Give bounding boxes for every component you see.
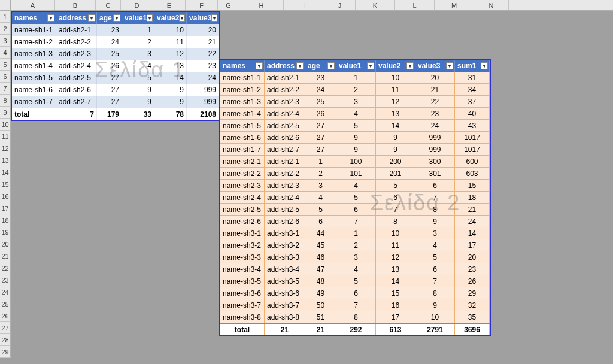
col-header-C[interactable]: C [96, 0, 121, 10]
row-header-25[interactable]: 25 [0, 298, 11, 310]
cell-v1[interactable]: 5 [336, 275, 376, 287]
col-header-D[interactable]: D [121, 0, 153, 10]
cell-age[interactable]: 6 [305, 216, 336, 228]
cell-v1[interactable]: 3 [336, 96, 376, 108]
cell-addr[interactable]: add-sh2-7 [56, 96, 97, 108]
cell-v2[interactable]: 12 [376, 96, 415, 108]
col-header-I[interactable]: I [284, 0, 324, 10]
cell-sum[interactable]: 17 [455, 239, 490, 251]
cell-age[interactable]: 51 [305, 311, 336, 323]
t1-hdr-age[interactable]: age▾ [97, 12, 122, 24]
cell-v3[interactable]: 10 [415, 311, 455, 323]
cell-v1[interactable]: 4 [336, 108, 376, 120]
table-row[interactable]: name-sh3-3add-sh3-346312520 [220, 251, 490, 263]
filter-dropdown-icon[interactable]: ▾ [446, 62, 453, 69]
cell-name[interactable]: name-sh1-6 [12, 84, 56, 96]
cell-v1[interactable]: 100 [336, 156, 376, 168]
cell-name[interactable]: name-sh1-5 [220, 120, 265, 132]
cell-v2[interactable]: 11 [376, 239, 415, 251]
row-header-12[interactable]: 12 [0, 142, 11, 154]
row-header-24[interactable]: 24 [0, 286, 11, 298]
table-row[interactable]: name-sh1-5add-sh2-5275142443 [220, 120, 490, 132]
cell-sum[interactable]: 32 [455, 299, 490, 311]
filter-dropdown-icon[interactable]: ▾ [179, 14, 185, 22]
cell-v3[interactable]: 24 [187, 72, 219, 84]
table-row[interactable]: name-sh2-4add-sh2-4456718 [220, 192, 490, 204]
filter-dropdown-icon[interactable]: ▾ [113, 14, 120, 22]
cell-age[interactable]: 47 [305, 263, 336, 275]
col-header-N[interactable]: N [474, 0, 509, 10]
row-header-13[interactable]: 13 [0, 154, 11, 166]
row-header-15[interactable]: 15 [0, 178, 11, 190]
cell-v2[interactable]: 201 [376, 168, 415, 180]
cell-name[interactable]: name-sh1-1 [12, 24, 56, 36]
cell-age[interactable]: 46 [305, 251, 336, 263]
cell-v1[interactable]: 1 [336, 72, 376, 84]
table-2-total-row[interactable]: total 21 21 292 613 2791 3696 [220, 323, 490, 335]
t2-hdr-sum1[interactable]: sum1▾ [455, 60, 490, 72]
cell-age[interactable]: 23 [97, 24, 122, 36]
cell-v3[interactable]: 999 [187, 96, 219, 108]
cell-age[interactable]: 3 [305, 180, 336, 192]
cell-addr[interactable]: add-sh2-5 [265, 120, 305, 132]
cell-addr[interactable]: add-sh3-7 [265, 299, 305, 311]
col-header-E[interactable]: E [153, 0, 186, 10]
table-1[interactable]: names▾ address▾ age▾ value1▾ value2▾ val… [11, 11, 220, 121]
row-header-27[interactable]: 27 [0, 322, 11, 334]
t1-hdr-names[interactable]: names▾ [12, 12, 56, 24]
cell-sum[interactable]: 24 [455, 216, 490, 228]
t2-hdr-value3[interactable]: value3▾ [415, 60, 455, 72]
cell-age[interactable]: 25 [305, 96, 336, 108]
cell-addr[interactable]: add-sh3-6 [265, 287, 305, 299]
cell-v3[interactable]: 24 [415, 120, 455, 132]
cell-addr[interactable]: add-sh2-3 [265, 96, 305, 108]
col-header-B[interactable]: B [55, 0, 96, 10]
cell-sum[interactable]: 35 [455, 311, 490, 323]
col-header-K[interactable]: K [356, 0, 395, 10]
cell-age[interactable]: 24 [305, 84, 336, 96]
cell-age[interactable]: 27 [305, 120, 336, 132]
cell-age[interactable]: 1 [305, 156, 336, 168]
cell-v2[interactable]: 13 [376, 263, 415, 275]
cell-addr[interactable]: add-sh2-4 [265, 192, 305, 204]
cell-sum[interactable]: 31 [455, 72, 490, 84]
cell-v2[interactable]: 13 [376, 108, 415, 120]
cell-sum[interactable]: 15 [455, 180, 490, 192]
cell-v3[interactable]: 20 [187, 24, 219, 36]
cell-v3[interactable]: 9 [415, 299, 455, 311]
cell-name[interactable]: name-sh3-8 [220, 311, 265, 323]
cell-sum[interactable]: 34 [455, 84, 490, 96]
row-header-7[interactable]: 7 [0, 83, 11, 95]
cell-addr[interactable]: add-sh3-3 [265, 251, 305, 263]
row-header-17[interactable]: 17 [0, 202, 11, 214]
cell-v1[interactable]: 2 [336, 239, 376, 251]
cell-v2[interactable]: 14 [376, 120, 415, 132]
cell-name[interactable]: name-sh3-5 [220, 275, 265, 287]
t1-hdr-address[interactable]: address▾ [56, 12, 97, 24]
cell-name[interactable]: name-sh1-2 [12, 36, 56, 48]
filter-dropdown-icon[interactable]: ▾ [296, 62, 304, 69]
cell-sum[interactable]: 20 [455, 251, 490, 263]
cell-v2[interactable]: 5 [376, 180, 415, 192]
cell-v3[interactable]: 999 [415, 132, 455, 144]
cell-v1[interactable]: 9 [336, 144, 376, 156]
row-header-14[interactable]: 14 [0, 166, 11, 178]
table-row[interactable]: name-sh2-5add-sh2-5567821 [220, 204, 490, 216]
cell-sum[interactable]: 29 [455, 287, 490, 299]
cell-addr[interactable]: add-sh2-2 [56, 36, 97, 48]
cell-addr[interactable]: add-sh2-2 [265, 84, 305, 96]
cell-v2[interactable]: 13 [154, 60, 187, 72]
cell-name[interactable]: name-sh1-4 [12, 60, 56, 72]
table-row[interactable]: name-sh1-2add-sh2-2242112134 [220, 84, 490, 96]
cell-age[interactable]: 48 [305, 275, 336, 287]
cell-v1[interactable]: 101 [336, 168, 376, 180]
cell-v2[interactable]: 14 [376, 275, 415, 287]
cell-name[interactable]: name-sh1-3 [12, 48, 56, 60]
table-row[interactable]: name-sh3-4add-sh3-447413623 [220, 263, 490, 275]
cell-age[interactable]: 25 [97, 48, 122, 60]
cell-v2[interactable]: 9 [376, 144, 415, 156]
col-header-J[interactable]: J [324, 0, 356, 10]
cell-v3[interactable]: 3 [415, 228, 455, 239]
cell-v3[interactable]: 23 [415, 108, 455, 120]
row-header-11[interactable]: 11 [0, 131, 11, 142]
